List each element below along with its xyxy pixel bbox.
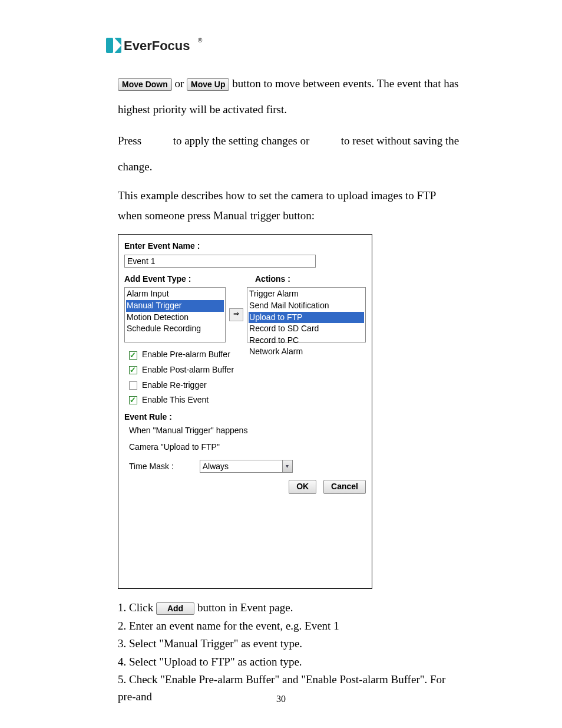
event-rule-line1: When "Manual Trigger" happens <box>124 425 366 437</box>
enable-event-label: Enable This Event <box>142 395 209 404</box>
action-option[interactable]: Trigger Alarm <box>249 288 364 300</box>
paragraph-move: Move Down or Move Up button to move betw… <box>118 71 462 122</box>
checkbox-icon[interactable] <box>129 381 137 390</box>
paragraph-example: This example describes how to set the ca… <box>118 186 462 226</box>
apply-button-placeholder <box>144 137 170 147</box>
event-name-input[interactable] <box>124 255 316 268</box>
event-type-option[interactable]: Schedule Recording <box>126 323 224 335</box>
step-3: 3. Select "Manual Trigger" as event type… <box>118 635 462 653</box>
cancel-button[interactable]: Cancel <box>323 480 366 494</box>
event-type-listbox[interactable]: Alarm Input Manual Trigger Motion Detect… <box>124 287 226 342</box>
event-type-option[interactable]: Motion Detection <box>126 312 224 324</box>
actions-listbox[interactable]: Trigger Alarm Send Mail Notification Upl… <box>247 287 366 342</box>
transfer-right-button[interactable]: ⇒ <box>229 308 243 321</box>
page-number: 30 <box>0 694 562 704</box>
action-option[interactable]: Send Mail Notification <box>249 300 364 312</box>
steps-list: 1. Click Add button in Event page. 2. En… <box>118 599 462 705</box>
step-1: 1. Click Add button in Event page. <box>118 599 462 617</box>
chevron-down-icon: ▾ <box>282 460 292 472</box>
step-2: 2. Enter an event name for the event, e.… <box>118 618 462 635</box>
pre-alarm-label: Enable Pre-alarm Buffer <box>142 350 230 359</box>
time-mask-value: Always <box>200 460 282 472</box>
actions-label: Actions : <box>255 274 366 285</box>
time-mask-label: Time Mask : <box>129 461 174 473</box>
paragraph-press: Press to apply the setting changes or to… <box>118 128 462 179</box>
checkbox-icon[interactable] <box>129 366 137 374</box>
enter-event-name-label: Enter Event Name : <box>124 241 366 252</box>
step-4: 4. Select "Upload to FTP" as action type… <box>118 654 462 671</box>
add-event-type-label: Add Event Type : <box>124 274 235 285</box>
retrigger-label: Enable Re-trigger <box>142 380 207 390</box>
checkbox-icon[interactable] <box>129 351 137 360</box>
svg-rect-0 <box>106 38 113 53</box>
event-dialog: Enter Event Name : Add Event Type : Acti… <box>118 234 372 589</box>
retrigger-row[interactable]: Enable Re-trigger <box>124 378 366 393</box>
event-type-option[interactable]: Manual Trigger <box>126 300 224 312</box>
event-rule-line2: Camera "Upload to FTP" <box>124 442 366 453</box>
svg-text:EverFocus: EverFocus <box>124 38 190 53</box>
add-button[interactable]: Add <box>156 602 194 615</box>
post-alarm-label: Enable Post-alarm Buffer <box>142 365 234 374</box>
brand-logo: EverFocus ® <box>106 35 206 55</box>
move-down-button[interactable]: Move Down <box>118 78 172 91</box>
action-option[interactable]: Upload to FTP <box>249 312 364 324</box>
post-alarm-row[interactable]: Enable Post-alarm Buffer <box>124 363 366 378</box>
svg-text:®: ® <box>198 37 203 44</box>
enable-event-row[interactable]: Enable This Event <box>124 393 366 408</box>
ok-button[interactable]: OK <box>289 480 316 494</box>
move-up-button[interactable]: Move Up <box>187 78 229 91</box>
reset-button-placeholder <box>312 137 338 147</box>
action-option[interactable]: Record to PC <box>249 335 364 347</box>
time-mask-select[interactable]: Always ▾ <box>200 460 293 473</box>
checkbox-icon[interactable] <box>129 396 137 404</box>
action-option[interactable]: Network Alarm <box>249 346 364 358</box>
event-rule-label: Event Rule : <box>124 411 366 423</box>
action-option[interactable]: Record to SD Card <box>249 323 364 335</box>
event-type-option[interactable]: Alarm Input <box>126 288 224 300</box>
